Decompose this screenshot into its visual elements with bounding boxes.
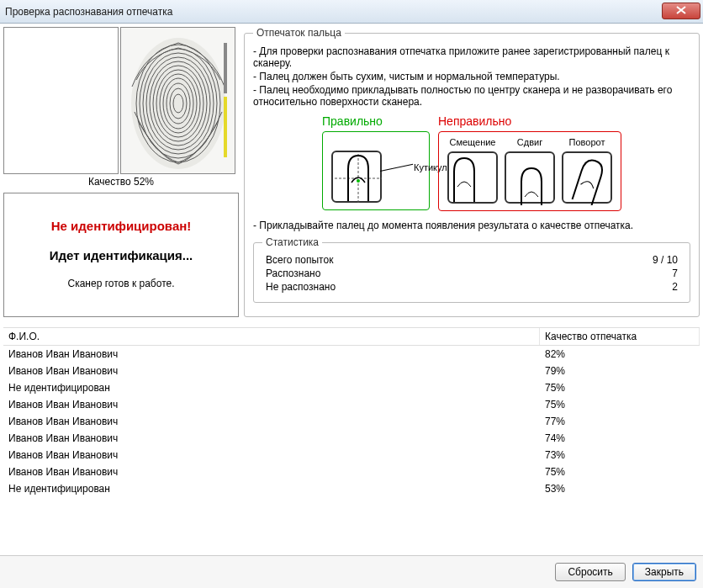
close-icon: [676, 5, 686, 17]
instruction-line-1: - Для проверки распознавания отпечатка п…: [253, 45, 690, 69]
stats-recognized-value: 7: [672, 268, 678, 279]
status-not-identified: Не идентифицирован!: [9, 219, 233, 233]
wrong-label-2: Поворот: [569, 137, 605, 149]
cell-quality: 75%: [540, 464, 700, 480]
cell-quality: 53%: [540, 480, 700, 497]
table-row[interactable]: Иванов Иван Иванович73%: [3, 447, 700, 464]
table-row[interactable]: Иванов Иван Иванович74%: [3, 430, 700, 447]
cuticle-pointer: [380, 164, 413, 172]
diagram-wrong: Смещение Сдвиг: [438, 131, 621, 211]
cell-name: Не идентифицирован: [3, 480, 540, 497]
table-row[interactable]: Иванов Иван Иванович75%: [3, 464, 700, 480]
finger-correct-icon: [331, 151, 382, 203]
cell-quality: 73%: [540, 447, 700, 464]
instructions-group: Отпечаток пальца - Для проверки распозна…: [244, 27, 700, 317]
finger-shift-icon: [505, 151, 555, 204]
window-close-button[interactable]: [662, 3, 700, 19]
cell-name: Иванов Иван Иванович: [3, 363, 540, 379]
cell-name: Иванов Иван Иванович: [3, 413, 540, 430]
cell-name: Иванов Иван Иванович: [3, 346, 540, 363]
cell-quality: 75%: [540, 379, 700, 396]
stats-attempts-value: 9 / 10: [653, 254, 678, 266]
title-bar: Проверка распознавания отпечатка: [0, 0, 703, 24]
cell-quality: 74%: [540, 430, 700, 447]
cell-quality: 77%: [540, 413, 700, 430]
finger-rotate-icon: [562, 151, 612, 204]
cell-quality: 75%: [540, 396, 700, 413]
col-header-quality[interactable]: Качество отпечатка: [540, 328, 700, 345]
table-row[interactable]: Иванов Иван Иванович75%: [3, 396, 700, 413]
cell-quality: 79%: [540, 363, 700, 379]
svg-point-18: [357, 179, 360, 183]
instruction-line-2: - Палец должен быть сухим, чистым и норм…: [253, 71, 690, 82]
cell-name: Иванов Иван Иванович: [3, 447, 540, 464]
results-table: Ф.И.О. Качество отпечатка Иванов Иван Ив…: [3, 327, 700, 555]
window-title: Проверка распознавания отпечатка: [5, 6, 172, 18]
table-row[interactable]: Иванов Иван Иванович79%: [3, 363, 700, 379]
diagram-wrong-title: Неправильно: [438, 114, 621, 128]
reset-button[interactable]: Сбросить: [555, 563, 625, 581]
svg-rect-14: [224, 43, 227, 93]
quality-label: Качество 52%: [3, 176, 239, 188]
instruction-line-4: - Прикладывайте палец до момента появлен…: [253, 220, 690, 231]
status-identifying: Идет идентификация...: [9, 248, 233, 262]
instructions-legend: Отпечаток пальца: [253, 27, 345, 39]
status-panel: Не идентифицирован! Идет идентификация..…: [3, 193, 239, 317]
stats-recognized-label: Распознано: [266, 268, 320, 279]
table-row[interactable]: Не идентифицирован75%: [3, 379, 700, 396]
svg-rect-15: [224, 97, 227, 157]
finger-offset-icon: [447, 151, 498, 204]
stats-attempts-label: Всего попыток: [266, 254, 333, 266]
cell-name: Иванов Иван Иванович: [3, 430, 540, 447]
cell-name: Не идентифицирован: [3, 379, 540, 396]
stats-legend: Статистика: [262, 236, 322, 248]
table-row[interactable]: Иванов Иван Иванович77%: [3, 413, 700, 430]
wrong-label-1: Сдвиг: [517, 137, 542, 149]
fingerprint-preview-empty: [3, 27, 119, 174]
col-header-name[interactable]: Ф.И.О.: [3, 328, 540, 345]
wrong-label-0: Смещение: [449, 137, 495, 149]
stats-unrecognized-label: Не распознано: [266, 281, 336, 293]
fingerprint-preview-scan: [120, 27, 235, 174]
instruction-line-3: - Палец необходимо прикладывать полность…: [253, 84, 690, 108]
status-scanner-ready: Сканер готов к работе.: [9, 278, 233, 289]
cell-quality: 82%: [540, 346, 700, 363]
cell-name: Иванов Иван Иванович: [3, 396, 540, 413]
table-row[interactable]: Не идентифицирован53%: [3, 480, 700, 497]
stats-unrecognized-value: 2: [672, 281, 678, 293]
cell-name: Иванов Иван Иванович: [3, 464, 540, 480]
stats-group: Статистика Всего попыток 9 / 10 Распозна…: [253, 236, 690, 303]
close-button[interactable]: Закрыть: [632, 563, 696, 581]
diagram-correct: Кутикула: [322, 131, 430, 210]
diagram-correct-title: Правильно: [322, 114, 430, 128]
table-row[interactable]: Иванов Иван Иванович82%: [3, 346, 700, 363]
